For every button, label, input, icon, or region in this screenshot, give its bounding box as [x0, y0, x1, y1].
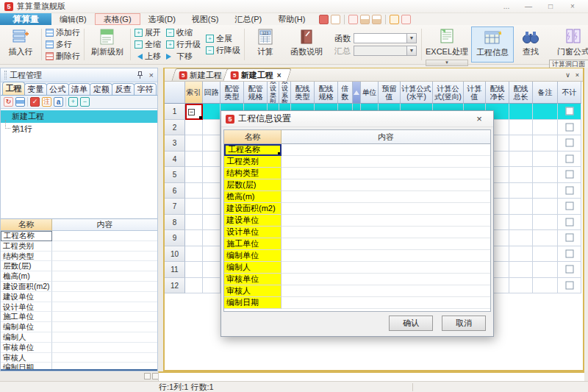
dialog-value-cell[interactable]: [282, 250, 490, 262]
fill-handle[interactable]: [199, 116, 202, 119]
grid-cell[interactable]: [509, 135, 533, 152]
grid-cell[interactable]: [203, 135, 220, 152]
grid-column-header[interactable]: 回路: [203, 82, 220, 104]
close-button[interactable]: ×: [562, 0, 584, 13]
grid-cell[interactable]: [533, 104, 558, 120]
quick-saveall-icon[interactable]: [372, 15, 381, 24]
nocalc-checkbox[interactable]: [565, 281, 573, 289]
property-name-cell[interactable]: 工程类别: [1, 241, 52, 252]
grid-cell[interactable]: [203, 183, 220, 199]
nocalc-checkbox[interactable]: [565, 218, 573, 226]
grid-column-header[interactable]: 预留值: [379, 82, 401, 104]
grid-cell[interactable]: [185, 120, 203, 136]
grid-column-header[interactable]: 倍数: [338, 82, 353, 104]
tab-character[interactable]: 字符: [134, 83, 157, 95]
note-icon[interactable]: 注: [42, 97, 51, 107]
grid-cell[interactable]: [203, 215, 220, 231]
grid-column-header[interactable]: 配线类型: [291, 82, 315, 104]
dialog-value-cell[interactable]: [282, 227, 490, 238]
grid-cell[interactable]: [558, 246, 581, 263]
grid-column-header[interactable]: 敷设系数: [279, 82, 291, 104]
grid-cell[interactable]: [509, 278, 533, 294]
grid-corner-cell[interactable]: [165, 82, 185, 104]
grid-cell[interactable]: [203, 120, 220, 136]
grid-cell[interactable]: [558, 167, 581, 183]
nocalc-checkbox[interactable]: [565, 139, 573, 147]
dialog-value-cell[interactable]: [282, 238, 490, 250]
nocalc-checkbox[interactable]: [565, 123, 573, 131]
doc-tab-close-icon[interactable]: ×: [277, 71, 282, 79]
tree-expand-icon[interactable]: +: [68, 97, 78, 107]
grid-cell[interactable]: [185, 262, 203, 278]
grid-cell[interactable]: [509, 230, 533, 246]
add-row-button[interactable]: 添加行: [46, 27, 80, 38]
dialog-name-cell[interactable]: 编制人: [224, 262, 282, 274]
panel-header[interactable]: 工程管理 ×: [1, 68, 157, 82]
row-number-cell[interactable]: 9: [165, 230, 185, 246]
nocalc-checkbox[interactable]: [565, 266, 573, 274]
grid-cell[interactable]: [558, 262, 581, 278]
property-name-cell[interactable]: 建设单位: [1, 292, 52, 302]
overflow-button[interactable]: ...: [495, 0, 517, 13]
property-name-cell[interactable]: 檐高(m): [1, 271, 52, 282]
grid-cell[interactable]: [533, 120, 558, 136]
property-value-cell[interactable]: [52, 252, 157, 262]
property-value-cell[interactable]: [52, 231, 157, 241]
menu-item-table[interactable]: 表格(G): [95, 13, 140, 25]
property-value-cell[interactable]: [52, 292, 157, 302]
nocalc-checkbox[interactable]: [565, 234, 573, 242]
grid-cell[interactable]: [509, 104, 533, 120]
dialog-value-cell[interactable]: [282, 156, 490, 168]
row-upgrade-button[interactable]: +行升级: [166, 39, 201, 50]
grid-column-header[interactable]: 计算公式(水平): [401, 82, 433, 104]
dialog-value-cell[interactable]: [282, 297, 490, 309]
row-number-cell[interactable]: 7: [165, 199, 185, 215]
font-icon[interactable]: a: [54, 97, 63, 107]
property-value-cell[interactable]: [52, 261, 157, 271]
property-name-cell[interactable]: 编制单位: [1, 322, 52, 332]
grid-column-header[interactable]: 配管规格: [244, 82, 268, 104]
grid-cell[interactable]: [533, 262, 558, 278]
quick-open-icon[interactable]: [348, 15, 358, 24]
row-number-cell[interactable]: 4: [165, 152, 185, 168]
grid-cell[interactable]: [558, 183, 581, 199]
collapse-button[interactable]: −收缩: [166, 27, 201, 38]
window-formula-button[interactable]: 门窗公式 计算洞口面∨: [548, 26, 588, 63]
dialog-name-cell[interactable]: 编制日期: [224, 297, 282, 309]
property-value-cell[interactable]: [52, 282, 157, 292]
grid-cell[interactable]: [533, 183, 558, 199]
collapse-all-button[interactable]: −全缩: [135, 39, 161, 50]
row-number-cell[interactable]: 3: [165, 135, 185, 152]
grid-cell[interactable]: [203, 246, 220, 263]
dialog-header-value[interactable]: 内容: [282, 130, 490, 144]
property-value-cell[interactable]: [52, 302, 157, 313]
expand-button[interactable]: +展开: [135, 27, 161, 38]
nocalc-checkbox[interactable]: [565, 249, 573, 257]
property-name-cell[interactable]: 编制人: [1, 332, 52, 343]
drag-grip[interactable]: [4, 71, 7, 79]
row-downgrade-button[interactable]: −行降级: [206, 45, 240, 56]
quick-save-icon[interactable]: [360, 15, 370, 24]
row-number-cell[interactable]: 2: [165, 120, 185, 136]
grid-column-header[interactable]: 配线总长: [509, 82, 533, 104]
grid-column-header[interactable]: 备注: [533, 82, 558, 104]
dialog-name-cell[interactable]: 建设面积(m2): [224, 203, 282, 215]
dialog-name-cell[interactable]: 檐高(m): [224, 191, 282, 203]
property-name-cell[interactable]: 结构类型: [1, 252, 52, 262]
app-menu-button[interactable]: 算算量: [0, 13, 51, 25]
grid-cell[interactable]: [203, 104, 220, 120]
grid-cell[interactable]: [558, 230, 581, 246]
grid-cell[interactable]: [509, 262, 533, 278]
tree-item-row1[interactable]: 第1行: [1, 123, 157, 135]
menu-item-summary[interactable]: 汇总(P): [227, 13, 270, 25]
grid-cell[interactable]: [509, 152, 533, 168]
grid-cell[interactable]: [185, 152, 203, 168]
row-number-cell[interactable]: 1: [165, 104, 185, 120]
move-down-button[interactable]: 下移: [166, 51, 201, 62]
property-value-cell[interactable]: [52, 343, 157, 353]
grid-cell[interactable]: [533, 135, 558, 152]
expand-all-button[interactable]: +全展: [206, 33, 240, 44]
delete-row-button[interactable]: 删除行: [46, 51, 80, 62]
grid-cell[interactable]: [558, 152, 581, 168]
property-name-cell[interactable]: 层数(层): [1, 261, 52, 271]
